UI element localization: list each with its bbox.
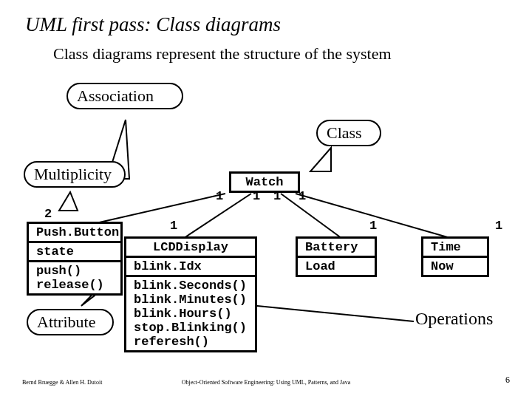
slide: UML first pass: Class diagrams Class dia… xyxy=(0,0,532,399)
uml-class-lcd: LCDDisplay blink.Idx blink.Seconds() bli… xyxy=(124,236,257,352)
class-ops: Now xyxy=(423,258,487,275)
class-name: Time xyxy=(423,239,487,258)
class-ops: Load xyxy=(298,258,375,275)
slide-subtitle: Class diagrams represent the structure o… xyxy=(53,44,392,64)
mult-battery: 1 xyxy=(369,219,377,233)
op: blink.Hours() xyxy=(134,307,248,321)
svg-line-4 xyxy=(242,304,414,321)
attr: state xyxy=(36,245,113,259)
uml-class-watch: Watch xyxy=(229,171,300,193)
mult-lcd: 1 xyxy=(170,219,177,233)
mult-watch-left: 1 xyxy=(216,189,223,203)
callout-operations: Operations xyxy=(415,309,493,329)
uml-class-battery: Battery Load xyxy=(296,236,377,277)
footer-title: Object-Oriented Software Engineering: Us… xyxy=(0,379,532,386)
svg-line-1 xyxy=(177,194,251,242)
class-name: Battery xyxy=(298,239,375,258)
class-attrs: blink.Idx xyxy=(126,258,255,277)
mult-watch-right: 1 xyxy=(299,189,306,203)
svg-line-3 xyxy=(296,194,466,242)
op: stop.Blinking() xyxy=(134,321,248,335)
callout-attribute: Attribute xyxy=(27,309,114,335)
op: referesh() xyxy=(134,335,248,349)
class-name: LCDDisplay xyxy=(126,239,255,258)
op: blink.Minutes() xyxy=(134,293,248,307)
slide-title: UML first pass: Class diagrams xyxy=(25,13,281,36)
op: blink.Seconds() xyxy=(134,279,248,293)
attr: blink.Idx xyxy=(134,259,248,273)
footer-page: 6 xyxy=(505,375,510,386)
op: release() xyxy=(36,278,113,292)
class-name: Watch xyxy=(231,174,298,191)
class-ops: blink.Seconds() blink.Minutes() blink.Ho… xyxy=(126,277,255,350)
mult-time: 1 xyxy=(495,219,502,233)
callout-multiplicity: Multiplicity xyxy=(24,161,126,188)
svg-line-2 xyxy=(281,194,347,242)
mult-watch-mid-l: 1 xyxy=(253,189,260,203)
uml-class-pushbutton: Push.Button state push() release() xyxy=(27,222,123,296)
uml-class-time: Time Now xyxy=(421,236,489,277)
op: Now xyxy=(431,259,480,273)
class-ops: push() release() xyxy=(29,262,120,293)
class-attrs: state xyxy=(29,243,120,262)
callout-class: Class xyxy=(316,120,381,146)
op: Load xyxy=(305,259,367,273)
mult-watch-mid-r: 1 xyxy=(273,189,281,203)
op: push() xyxy=(36,264,113,278)
class-name: Push.Button xyxy=(29,224,120,243)
callout-association: Association xyxy=(66,83,183,109)
mult-pushbutton: 2 xyxy=(44,207,52,221)
